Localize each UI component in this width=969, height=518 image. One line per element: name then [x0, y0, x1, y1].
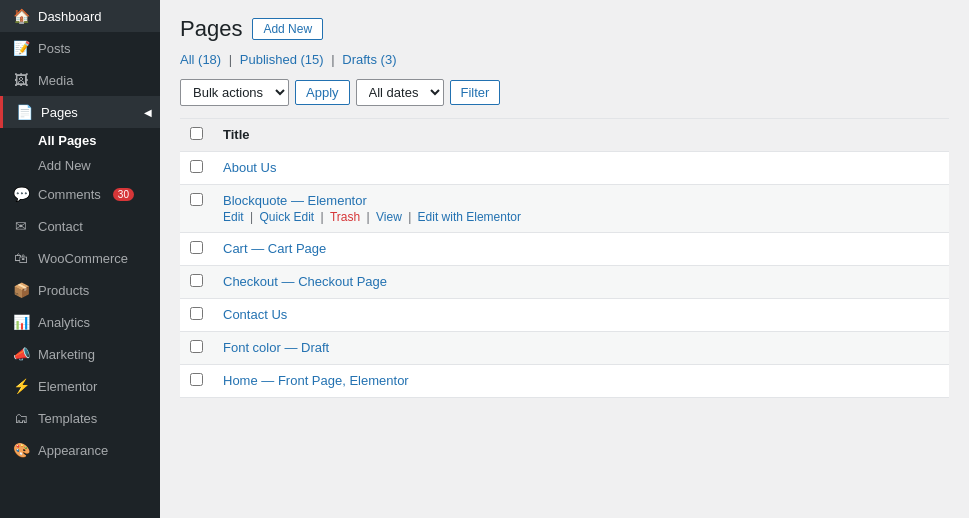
all-dates-select[interactable]: All dates: [356, 79, 444, 106]
page-title-link[interactable]: Blockquote — Elementor: [223, 193, 367, 208]
sidebar-item-analytics[interactable]: 📊 Analytics: [0, 306, 160, 338]
row-checkbox[interactable]: [190, 241, 203, 254]
sep1: |: [229, 52, 232, 67]
analytics-icon: 📊: [12, 314, 30, 330]
row-checkbox[interactable]: [190, 340, 203, 353]
pages-arrow-icon: ◀: [144, 107, 152, 118]
sidebar-sub-all-pages[interactable]: All Pages: [0, 128, 160, 153]
page-title-link[interactable]: Contact Us: [223, 307, 287, 322]
sidebar-item-media[interactable]: 🖼 Media: [0, 64, 160, 96]
media-icon: 🖼: [12, 72, 30, 88]
action-sep: |: [363, 210, 373, 224]
sidebar-item-label: Elementor: [38, 379, 97, 394]
sidebar-item-label: Analytics: [38, 315, 90, 330]
page-title-link[interactable]: Home — Front Page, Elementor: [223, 373, 409, 388]
page-title-link[interactable]: Checkout — Checkout Page: [223, 274, 387, 289]
row-checkbox[interactable]: [190, 193, 203, 206]
sidebar-item-label: Comments: [38, 187, 101, 202]
pages-table: Title About UsBlockquote — ElementorEdit…: [180, 118, 949, 398]
dashboard-icon: 🏠: [12, 8, 30, 24]
row-actions: Edit | Quick Edit | Trash | View | Edit …: [223, 210, 939, 224]
sidebar-item-label: WooCommerce: [38, 251, 128, 266]
sidebar-item-comments[interactable]: 💬 Comments 30: [0, 178, 160, 210]
page-title-link[interactable]: About Us: [223, 160, 276, 175]
sidebar-item-marketing[interactable]: 📣 Marketing: [0, 338, 160, 370]
all-pages-label: All Pages: [38, 133, 97, 148]
comments-icon: 💬: [12, 186, 30, 202]
sidebar-sub-add-new[interactable]: Add New: [0, 153, 160, 178]
main-content: Pages Add New All (18) | Published (15) …: [160, 0, 969, 518]
sidebar-item-label: Dashboard: [38, 9, 102, 24]
select-all-checkbox[interactable]: [190, 127, 203, 140]
sidebar-item-label: Pages: [41, 105, 78, 120]
row-action-edit-with-elementor[interactable]: Edit with Elementor: [418, 210, 521, 224]
row-action-quick-edit[interactable]: Quick Edit: [259, 210, 314, 224]
woocommerce-icon: 🛍: [12, 250, 30, 266]
sidebar-item-templates[interactable]: 🗂 Templates: [0, 402, 160, 434]
sidebar-item-dashboard[interactable]: 🏠 Dashboard: [0, 0, 160, 32]
sidebar-item-label: Posts: [38, 41, 71, 56]
title-column-header: Title: [213, 119, 949, 152]
apply-button[interactable]: Apply: [295, 80, 350, 105]
sidebar-item-label: Contact: [38, 219, 83, 234]
row-checkbox[interactable]: [190, 307, 203, 320]
page-title-link[interactable]: Font color — Draft: [223, 340, 329, 355]
table-row: Checkout — Checkout Page: [180, 266, 949, 299]
filter-links: All (18) | Published (15) | Drafts (3): [180, 52, 949, 67]
row-action-edit[interactable]: Edit: [223, 210, 244, 224]
filter-published-link[interactable]: Published (15): [240, 52, 324, 67]
add-new-label: Add New: [38, 158, 91, 173]
row-action-view[interactable]: View: [376, 210, 402, 224]
sidebar-item-pages[interactable]: 📄 Pages ◀: [0, 96, 160, 128]
sidebar-item-elementor[interactable]: ⚡ Elementor: [0, 370, 160, 402]
sidebar-item-posts[interactable]: 📝 Posts: [0, 32, 160, 64]
table-row: About Us: [180, 152, 949, 185]
sidebar-item-label: Templates: [38, 411, 97, 426]
sidebar-item-woocommerce[interactable]: 🛍 WooCommerce: [0, 242, 160, 274]
action-sep: |: [317, 210, 327, 224]
page-header: Pages Add New: [180, 16, 949, 42]
templates-icon: 🗂: [12, 410, 30, 426]
appearance-icon: 🎨: [12, 442, 30, 458]
table-header-row: Title: [180, 119, 949, 152]
table-row: Cart — Cart Page: [180, 233, 949, 266]
table-row: Blockquote — ElementorEdit | Quick Edit …: [180, 185, 949, 233]
pages-icon: 📄: [15, 104, 33, 120]
toolbar: Bulk actions Apply All dates Filter: [180, 79, 949, 106]
sidebar-item-contact[interactable]: ✉ Contact: [0, 210, 160, 242]
contact-icon: ✉: [12, 218, 30, 234]
action-sep: |: [405, 210, 415, 224]
filter-all-link[interactable]: All (18): [180, 52, 221, 67]
comments-badge: 30: [113, 188, 134, 201]
sep2: |: [331, 52, 334, 67]
table-row: Contact Us: [180, 299, 949, 332]
title-col-label: Title: [223, 127, 250, 142]
bulk-actions-select[interactable]: Bulk actions: [180, 79, 289, 106]
select-all-header: [180, 119, 213, 152]
filter-drafts-link[interactable]: Drafts (3): [342, 52, 396, 67]
table-row: Home — Front Page, Elementor: [180, 365, 949, 398]
row-checkbox[interactable]: [190, 373, 203, 386]
sidebar-item-appearance[interactable]: 🎨 Appearance: [0, 434, 160, 466]
table-row: Font color — Draft: [180, 332, 949, 365]
row-checkbox[interactable]: [190, 160, 203, 173]
page-title-link[interactable]: Cart — Cart Page: [223, 241, 326, 256]
filter-button[interactable]: Filter: [450, 80, 501, 105]
marketing-icon: 📣: [12, 346, 30, 362]
sidebar: 🏠 Dashboard 📝 Posts 🖼 Media 📄 Pages ◀ Al…: [0, 0, 160, 518]
add-new-button[interactable]: Add New: [252, 18, 323, 40]
elementor-icon: ⚡: [12, 378, 30, 394]
sidebar-item-label: Products: [38, 283, 89, 298]
posts-icon: 📝: [12, 40, 30, 56]
products-icon: 📦: [12, 282, 30, 298]
sidebar-item-products[interactable]: 📦 Products: [0, 274, 160, 306]
row-action-trash[interactable]: Trash: [330, 210, 360, 224]
sidebar-item-label: Media: [38, 73, 73, 88]
action-sep: |: [247, 210, 257, 224]
sidebar-item-label: Appearance: [38, 443, 108, 458]
page-title: Pages: [180, 16, 242, 42]
sidebar-item-label: Marketing: [38, 347, 95, 362]
row-checkbox[interactable]: [190, 274, 203, 287]
